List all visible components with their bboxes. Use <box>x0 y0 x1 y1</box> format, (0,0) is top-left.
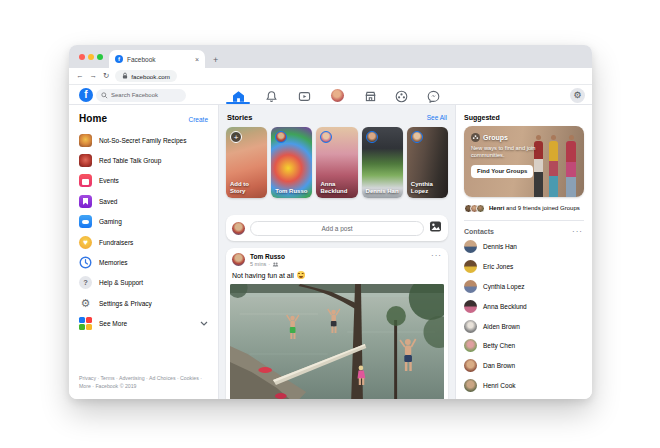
browser-window: f Facebook × + ← → ↻ facebook.com f <box>69 45 592 399</box>
recipes-thumbnail-icon <box>79 134 92 147</box>
post-photo-lake-jumping[interactable] <box>230 284 444 399</box>
add-story-plus-icon: + <box>230 131 242 143</box>
avatar <box>464 300 477 313</box>
add-post-input[interactable] <box>250 221 424 236</box>
sidebar-item-fundraisers[interactable]: ♥ Fundraisers <box>79 232 208 252</box>
sidebar-item-events[interactable]: Events <box>79 171 208 191</box>
red-table-thumbnail-icon <box>79 154 92 167</box>
browser-url-bar: ← → ↻ facebook.com <box>69 68 592 85</box>
sidebar-item-red-table-group[interactable]: Red Table Talk Group <box>79 150 208 170</box>
avatar <box>464 240 477 253</box>
left-sidebar: Home Create Not-So-Secret Family Recipes… <box>69 105 218 399</box>
browser-tab[interactable]: f Facebook × <box>109 50 205 68</box>
see-all-link[interactable]: See All <box>427 114 447 121</box>
groups-card-subtitle: New ways to find and join communities. <box>471 145 537 160</box>
sidebar-item-help-support[interactable]: ? Help & Support <box>79 273 208 293</box>
post-timestamp: 5 mins · <box>250 261 426 267</box>
url-text: facebook.com <box>131 73 170 80</box>
sidebar-item-saved[interactable]: Saved <box>79 191 208 211</box>
avatar <box>464 339 477 352</box>
search-field[interactable] <box>111 92 181 98</box>
groups-icon[interactable] <box>395 89 408 102</box>
facebook-logo[interactable]: f <box>79 88 93 102</box>
groups-card-title: Groups <box>483 134 508 141</box>
active-tab-underline <box>226 102 250 104</box>
avatar <box>232 222 245 235</box>
events-icon <box>79 174 92 187</box>
minimize-window-button[interactable] <box>88 54 94 60</box>
find-your-groups-button[interactable]: Find Your Groups <box>471 165 533 178</box>
contact-row[interactable]: Cynthia Lopez <box>464 276 584 296</box>
audience-friends-icon <box>272 262 279 267</box>
story-card[interactable]: Cynthia Lopez <box>407 127 448 198</box>
story-card-add[interactable]: + Add to Story <box>226 127 267 198</box>
stories-title: Stories <box>227 113 252 122</box>
contact-row[interactable]: Anna Becklund <box>464 296 584 316</box>
contacts-options-icon[interactable]: ··· <box>572 229 583 234</box>
create-link[interactable]: Create <box>188 116 208 123</box>
settings-gear-icon[interactable]: ⚙ <box>570 88 585 103</box>
story-avatar <box>411 131 423 143</box>
story-card[interactable]: Anna Becklund <box>316 127 357 198</box>
suggested-title: Suggested <box>464 105 584 126</box>
chevron-down-icon <box>200 320 208 327</box>
saved-bookmark-icon <box>79 195 92 208</box>
tab-title: Facebook <box>127 56 191 63</box>
contact-row[interactable]: Dan Brown <box>464 356 584 376</box>
post-author-name[interactable]: Tom Russo <box>250 253 426 260</box>
sidebar-item-gaming[interactable]: Gaming <box>79 212 208 232</box>
contact-row[interactable]: Aiden Brown <box>464 316 584 336</box>
avatar <box>464 260 477 273</box>
contact-row[interactable]: Eric Jones <box>464 256 584 276</box>
story-avatar <box>275 131 287 143</box>
story-card[interactable]: Dennis Han <box>362 127 403 198</box>
tab-close-icon[interactable]: × <box>195 56 199 63</box>
marketplace-icon[interactable] <box>364 89 377 102</box>
profile-avatar-icon[interactable] <box>331 89 344 102</box>
post-author-avatar[interactable] <box>232 253 245 266</box>
contact-row[interactable]: Dennis Han <box>464 237 584 257</box>
new-tab-button[interactable]: + <box>213 55 218 65</box>
browser-tab-bar: f Facebook × + <box>69 45 592 68</box>
page-title: Home <box>79 113 107 124</box>
joined-text: Henri and 9 friends joined Groups <box>489 205 580 211</box>
sidebar-item-see-more[interactable]: See More <box>79 314 208 334</box>
post-options-icon[interactable]: ··· <box>431 253 442 259</box>
facebook-header: f ⚙ <box>69 85 592 105</box>
close-window-button[interactable] <box>79 54 85 60</box>
legal-footer: Privacy · Terms · Advertising · Ad Choic… <box>69 368 218 399</box>
forward-icon[interactable]: → <box>90 72 98 80</box>
settings-gear-icon: ⚙ <box>79 297 92 310</box>
avatar <box>464 320 477 333</box>
notifications-icon[interactable] <box>265 89 278 102</box>
sidebar-item-settings-privacy[interactable]: ⚙ Settings & Privacy <box>79 293 208 313</box>
lock-icon <box>122 72 128 80</box>
back-icon[interactable]: ← <box>76 72 84 80</box>
post-composer <box>226 215 448 241</box>
friends-joined-row: Henri and 9 friends joined Groups <box>464 197 584 219</box>
photo-upload-icon[interactable] <box>429 219 442 237</box>
messenger-icon[interactable] <box>427 89 440 102</box>
address-bar[interactable]: facebook.com <box>115 70 177 82</box>
home-tab-icon[interactable] <box>232 89 245 102</box>
stories-strip: + Add to Story Tom Russo Anna Becklund D… <box>226 127 448 198</box>
fundraisers-heart-icon: ♥ <box>79 236 92 249</box>
search-input[interactable] <box>96 89 186 102</box>
maximize-window-button[interactable] <box>97 54 103 60</box>
contact-row[interactable]: Betty Chen <box>464 336 584 356</box>
suggested-groups-card[interactable]: Groups New ways to find and join communi… <box>464 126 584 197</box>
story-card[interactable]: Tom Russo <box>271 127 312 198</box>
reload-icon[interactable]: ↻ <box>103 72 109 80</box>
avatar <box>464 379 477 392</box>
avatar <box>464 280 477 293</box>
search-icon <box>101 92 108 99</box>
groups-badge-icon <box>471 133 480 142</box>
feed-post: Tom Russo 5 mins · ··· Not having fun at… <box>226 248 448 399</box>
sidebar-item-recipes-group[interactable]: Not-So-Secret Family Recipes <box>79 130 208 150</box>
joined-avatars <box>464 204 485 213</box>
sidebar-item-memories[interactable]: Memories <box>79 252 208 272</box>
watch-icon[interactable] <box>298 89 311 102</box>
contact-row[interactable]: Henri Cook <box>464 376 584 396</box>
story-avatar <box>366 131 378 143</box>
news-feed: Stories See All + Add to Story Tom Russo… <box>218 105 456 399</box>
